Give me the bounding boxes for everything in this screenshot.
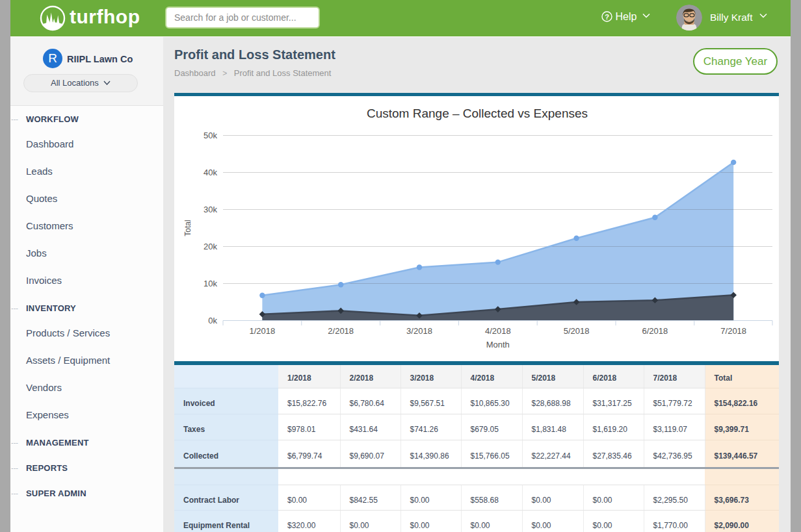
svg-text:20k: 20k [204, 242, 217, 251]
svg-text:4/2018: 4/2018 [485, 326, 511, 336]
svg-text:3/2018: 3/2018 [406, 326, 432, 336]
svg-text:Custom Range – Collected vs Ex: Custom Range – Collected vs Expenses [367, 107, 588, 120]
svg-text:5/2018: 5/2018 [564, 326, 590, 336]
svg-text:40k: 40k [204, 168, 217, 177]
svg-text:10k: 10k [204, 279, 217, 288]
svg-text:50k: 50k [204, 131, 217, 140]
svg-text:Total: Total [183, 220, 192, 236]
svg-text:30k: 30k [204, 205, 217, 214]
svg-text:2/2018: 2/2018 [328, 326, 354, 336]
svg-text:6/2018: 6/2018 [642, 326, 668, 336]
svg-text:1/2018: 1/2018 [250, 326, 276, 336]
svg-text:?: ? [605, 13, 609, 21]
svg-text:Month: Month [486, 340, 510, 349]
svg-text:0k: 0k [208, 316, 217, 325]
svg-text:7/2018: 7/2018 [720, 326, 746, 336]
